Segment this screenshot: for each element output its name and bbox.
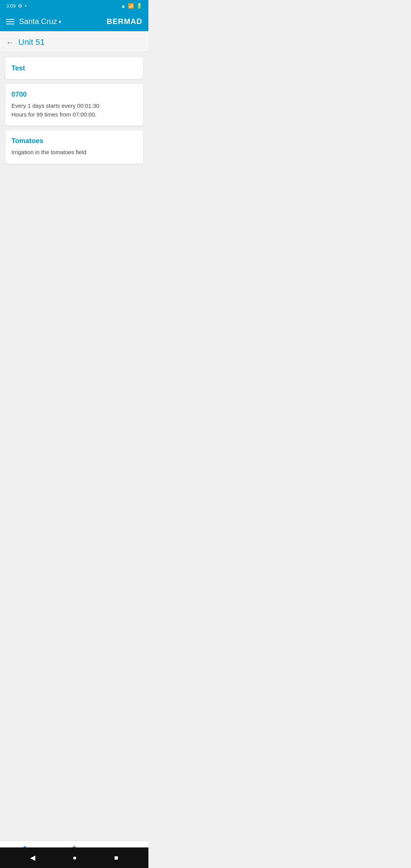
back-button[interactable]: ←: [6, 38, 14, 47]
schedule-description: Every 1 days starts every 00:01:30Hours …: [11, 102, 137, 119]
hamburger-menu-icon[interactable]: [6, 19, 14, 24]
tomatoes-card-title: Tomatoes: [11, 137, 137, 145]
status-bar: 3:09 ⚙ • ▲ 📶 🔋: [0, 0, 148, 12]
app-bar-left: Santa Cruz ▾: [6, 17, 61, 26]
app-bar: Santa Cruz ▾ BERMAD: [0, 12, 148, 31]
brand-logo: BERMAD: [107, 17, 142, 26]
schedule-card[interactable]: 0700 Every 1 days starts every 00:01:30H…: [5, 84, 143, 126]
location-label: Santa Cruz: [19, 17, 57, 26]
sub-header: ← Unit 51: [0, 31, 148, 52]
location-dropdown[interactable]: Santa Cruz ▾: [19, 17, 61, 26]
test-card-title: Test: [11, 64, 137, 72]
battery-icon: 🔋: [136, 3, 142, 9]
status-time: 3:09: [6, 3, 16, 9]
status-time-area: 3:09 ⚙ •: [6, 3, 27, 9]
settings-icon: ⚙: [18, 3, 22, 9]
page-title: Unit 51: [18, 37, 45, 47]
test-card[interactable]: Test: [5, 57, 143, 79]
dot-icon: •: [25, 3, 27, 9]
signal-icon: 📶: [128, 3, 134, 9]
tomatoes-card[interactable]: Tomatoes Irrigation in the tomatoes fiel…: [5, 130, 143, 164]
chevron-down-icon: ▾: [59, 19, 61, 25]
tomatoes-card-description: Irrigation in the tomatoes field: [11, 148, 137, 157]
wifi-icon: ▲: [121, 3, 126, 9]
status-icons: ▲ 📶 🔋: [121, 3, 142, 9]
content-area: Test 0700 Every 1 days starts every 00:0…: [0, 52, 148, 281]
schedule-time: 0700: [11, 91, 137, 99]
